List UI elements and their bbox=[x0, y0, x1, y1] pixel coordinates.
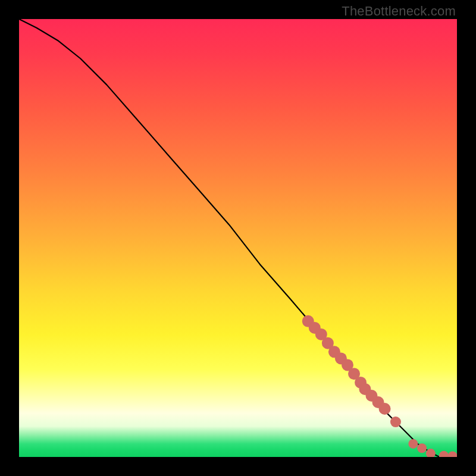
data-marker bbox=[417, 443, 427, 453]
data-marker bbox=[390, 416, 401, 427]
watermark-text: TheBottleneck.com bbox=[342, 4, 456, 19]
bottleneck-curve bbox=[19, 19, 457, 457]
plot-area bbox=[19, 19, 457, 457]
data-marker bbox=[439, 451, 449, 457]
data-marker bbox=[379, 403, 391, 415]
data-marker bbox=[408, 439, 418, 449]
curve-layer bbox=[19, 19, 457, 457]
data-marker bbox=[448, 452, 457, 457]
marker-layer bbox=[302, 315, 457, 457]
chart-svg bbox=[19, 19, 457, 457]
